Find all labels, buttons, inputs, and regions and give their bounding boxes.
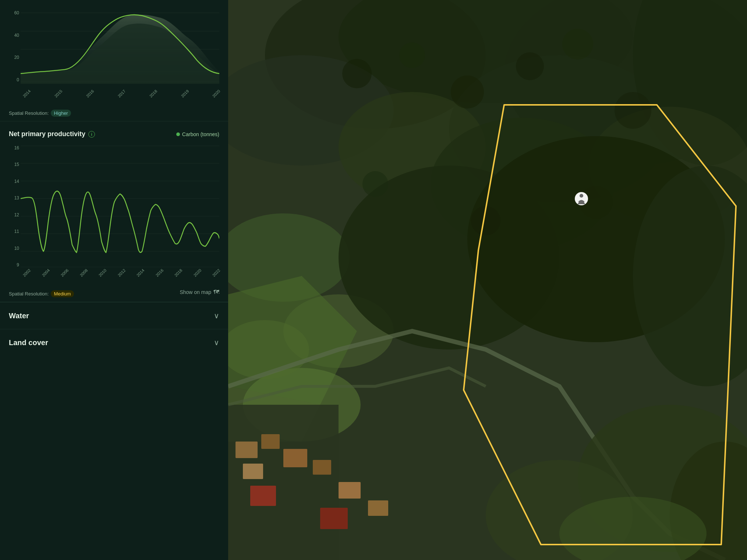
x-label-2020: 2020 (212, 89, 225, 102)
npp-legend: Carbon (tonnes) (176, 131, 219, 137)
svg-point-52 (362, 171, 388, 197)
svg-rect-41 (320, 508, 348, 529)
land-cover-title: Land cover (9, 339, 48, 347)
top-chart-section: 60 40 20 0 (0, 0, 228, 121)
npp-y-16: 16 (9, 145, 21, 150)
water-title: Water (9, 312, 29, 320)
water-chevron-icon: ∨ (214, 311, 219, 320)
svg-rect-35 (243, 464, 263, 479)
npp-x-2018: 2018 (174, 268, 187, 281)
map-icon: 🗺 (213, 289, 219, 295)
npp-spatial-resolution: Spatial Resolution: Medium (9, 290, 74, 297)
y-label-40: 40 (9, 33, 21, 38)
npp-y-15: 15 (9, 162, 21, 167)
svg-rect-39 (368, 500, 388, 516)
npp-info-icon[interactable]: i (88, 131, 95, 138)
map-panel[interactable] (228, 0, 747, 560)
water-section[interactable]: Water ∨ (0, 302, 228, 329)
top-chart-svg (21, 9, 219, 90)
npp-chart-svg (21, 144, 219, 269)
svg-rect-36 (283, 449, 307, 467)
svg-rect-33 (236, 442, 258, 458)
top-resolution-badge[interactable]: Higher (51, 110, 71, 117)
npp-x-2012: 2012 (117, 268, 130, 281)
legend-dot (176, 132, 180, 136)
npp-y-10: 10 (9, 246, 21, 251)
y-label-60: 60 (9, 10, 21, 15)
x-label-2015: 2015 (53, 89, 67, 102)
svg-rect-37 (313, 460, 331, 475)
svg-rect-40 (250, 486, 276, 506)
npp-x-2010: 2010 (98, 268, 111, 281)
x-label-2014: 2014 (22, 89, 36, 102)
svg-point-49 (516, 52, 544, 80)
x-label-2017: 2017 (117, 89, 130, 102)
npp-x-2004: 2004 (41, 268, 54, 281)
npp-x-2020: 2020 (193, 268, 206, 281)
svg-point-47 (399, 42, 425, 68)
show-on-map-button[interactable]: Show on map 🗺 (180, 289, 219, 295)
npp-x-2022: 2022 (212, 268, 225, 281)
svg-point-57 (580, 194, 583, 198)
satellite-map-svg (228, 0, 747, 560)
svg-rect-38 (339, 482, 361, 499)
svg-point-46 (342, 59, 372, 88)
top-spatial-label: Spatial Resolution: (9, 110, 49, 116)
land-cover-chevron-icon: ∨ (214, 338, 219, 347)
svg-point-50 (562, 29, 593, 60)
legend-label: Carbon (tonnes) (182, 131, 219, 137)
show-on-map-label: Show on map (180, 289, 211, 295)
npp-x-2014: 2014 (136, 268, 149, 281)
npp-spatial-row: Spatial Resolution: Medium Show on map 🗺 (9, 287, 219, 297)
npp-resolution-badge[interactable]: Medium (51, 290, 74, 297)
y-label-0: 0 (9, 77, 21, 82)
npp-y-9: 9 (9, 262, 21, 267)
npp-y-12: 12 (9, 212, 21, 217)
top-chart-container: 60 40 20 0 (9, 9, 219, 117)
npp-x-2006: 2006 (60, 268, 74, 281)
npp-x-2008: 2008 (79, 268, 92, 281)
npp-y-11: 11 (9, 229, 21, 234)
npp-chart-header: Net primary productivity i Carbon (tonne… (9, 130, 219, 138)
npp-x-2002: 2002 (22, 268, 36, 281)
x-label-2016: 2016 (85, 89, 99, 102)
svg-rect-34 (261, 434, 280, 449)
x-label-2019: 2019 (180, 89, 194, 102)
land-cover-section[interactable]: Land cover ∨ (0, 329, 228, 356)
svg-point-51 (615, 92, 651, 129)
npp-y-14: 14 (9, 179, 21, 184)
left-panel: 60 40 20 0 (0, 0, 228, 560)
svg-rect-32 (228, 405, 339, 560)
npp-y-13: 13 (9, 195, 21, 201)
svg-point-48 (451, 75, 484, 109)
x-label-2018: 2018 (148, 89, 162, 102)
npp-chart-section: Net primary productivity i Carbon (tonne… (0, 121, 228, 302)
y-label-20: 20 (9, 55, 21, 60)
npp-chart-title: Net primary productivity i (9, 130, 95, 138)
npp-spatial-label: Spatial Resolution: (9, 291, 49, 297)
npp-x-2016: 2016 (155, 268, 168, 281)
